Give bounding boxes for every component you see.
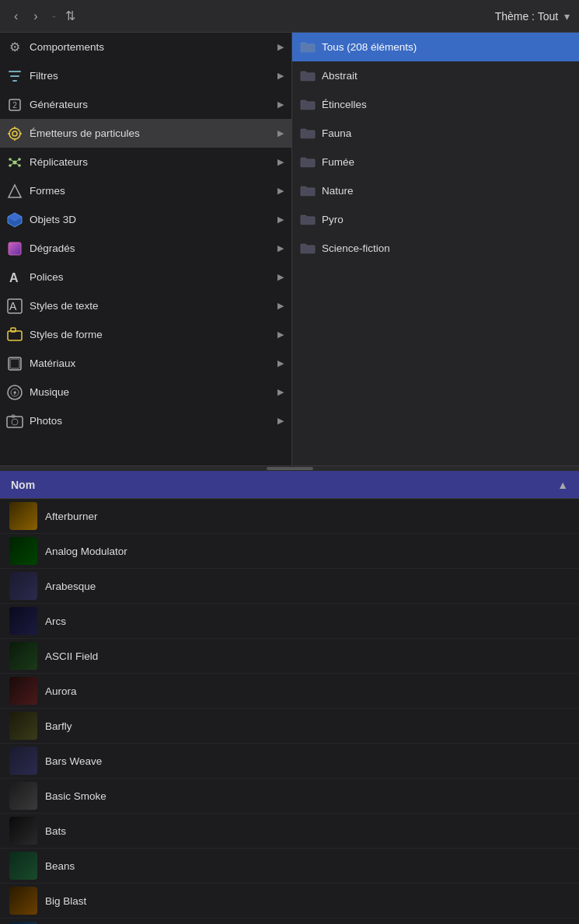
list-item-name: Analog Modulator <box>45 546 127 557</box>
sub-label-abstrait: Abstrait <box>322 70 358 82</box>
menu-item-filtres[interactable]: Filtres ▶ <box>0 61 291 90</box>
list-item[interactable]: Arcs <box>0 604 579 639</box>
svg-rect-23 <box>9 242 21 255</box>
menu-item-stylesdeForme[interactable]: Styles de forme ▶ <box>0 320 291 349</box>
menu-item-generateurs[interactable]: 2 Générateurs ▶ <box>0 90 291 119</box>
menu-item-degrades[interactable]: Dégradés ▶ <box>0 234 291 263</box>
svg-rect-1 <box>10 75 19 77</box>
sub-item-fumee[interactable]: Fumée <box>292 148 579 176</box>
list-item[interactable]: Arabesque <box>0 569 579 604</box>
list-item[interactable]: Bars Weave <box>0 744 579 779</box>
menu-item-objets3d[interactable]: Objets 3D ▶ <box>0 205 291 234</box>
list-item-thumbnail <box>9 782 37 810</box>
list-item-thumbnail <box>9 572 37 600</box>
list-item[interactable]: Afterburner <box>0 499 579 534</box>
sub-item-science-fiction[interactable]: Science-fiction <box>292 234 579 263</box>
menu-item-stylesdetexte[interactable]: A Styles de texte ▶ <box>0 291 291 320</box>
list-items-container: AfterburnerAnalog ModulatorArabesqueArcs… <box>0 499 579 924</box>
menu-item-formes[interactable]: Formes ▶ <box>0 176 291 205</box>
sub-item-etincelles[interactable]: Étincelles <box>292 90 579 119</box>
list-item-thumbnail <box>9 852 37 880</box>
svg-rect-35 <box>7 417 23 427</box>
materiaux-label: Matériaux <box>30 357 75 369</box>
list-item[interactable]: Aurora <box>0 674 579 709</box>
list-item-name: Beans <box>45 860 75 872</box>
svg-text:A: A <box>9 300 17 312</box>
list-item[interactable]: ASCII Field <box>0 639 579 674</box>
chevron-right-icon: ▶ <box>277 128 284 138</box>
menu-item-emetteurs[interactable]: Émetteurs de particules ▶ <box>0 119 291 148</box>
list-item-thumbnail <box>9 747 37 775</box>
chevron-right-icon: ▶ <box>277 330 284 340</box>
sub-label-tous: Tous (208 éléments) <box>322 41 417 53</box>
menu-item-comportements[interactable]: Comportements ▶ <box>0 33 291 61</box>
list-item[interactable]: Bats <box>0 814 579 849</box>
list-item[interactable]: Big Rain <box>0 919 579 924</box>
forward-button[interactable]: › <box>29 8 42 25</box>
degrades-icon <box>6 240 23 257</box>
menu-item-photos[interactable]: Photos ▶ <box>0 406 291 435</box>
chevron-right-icon: ▶ <box>277 186 284 196</box>
generateurs-label: Générateurs <box>30 99 88 110</box>
svg-rect-0 <box>9 71 21 72</box>
scroll-thumb <box>267 467 313 470</box>
back-button[interactable]: ‹ <box>9 8 23 25</box>
menu-item-replicateurs[interactable]: Réplicateurs ▶ <box>0 148 291 176</box>
list-item-name: ASCII Field <box>45 650 98 662</box>
replicateurs-label: Réplicateurs <box>30 156 88 168</box>
stylesdetexte-label: Styles de texte <box>30 300 99 312</box>
list-item-name: Arabesque <box>45 581 96 592</box>
list-item-name: Aurora <box>45 685 77 697</box>
sub-item-fauna[interactable]: Fauna <box>292 119 579 148</box>
svg-marker-20 <box>9 185 21 197</box>
toolbar: ‹ › - ⇅ Thème : Tout ▾ <box>0 0 579 33</box>
photos-icon <box>6 413 23 430</box>
svg-text:A: A <box>9 271 19 284</box>
sub-label-science-fiction: Science-fiction <box>322 242 390 254</box>
right-menu: Tous (208 éléments) Abstrait Étincelles … <box>291 33 579 465</box>
toolbar-title: Thème : Tout ▾ <box>495 10 570 23</box>
photos-label: Photos <box>30 415 62 427</box>
list-item-name: Bars Weave <box>45 755 102 767</box>
degrades-label: Dégradés <box>30 242 75 254</box>
chevron-right-icon: ▶ <box>277 301 284 311</box>
chevron-right-icon: ▶ <box>277 272 284 282</box>
list-item[interactable]: Basic Smoke <box>0 779 579 814</box>
menu-item-polices[interactable]: A Polices ▶ <box>0 263 291 291</box>
chevron-right-icon: ▶ <box>277 243 284 253</box>
list-sort-icon[interactable]: ▲ <box>557 479 568 491</box>
musique-label: Musique <box>30 386 69 398</box>
folder-nature-icon <box>300 185 316 197</box>
list-item-name: Big Blast <box>45 895 86 907</box>
sub-item-abstrait[interactable]: Abstrait <box>292 61 579 90</box>
materiaux-icon <box>6 355 23 372</box>
sub-item-nature[interactable]: Nature <box>292 176 579 205</box>
sub-label-fumee: Fumée <box>322 156 354 168</box>
list-header[interactable]: Nom ▲ <box>0 471 579 499</box>
comportements-icon <box>6 39 23 56</box>
split-area: Comportements ▶ Filtres ▶ 2 Générateurs … <box>0 33 579 466</box>
sub-item-tous[interactable]: Tous (208 éléments) <box>292 33 579 61</box>
toolbar-navigation: ‹ › - ⇅ <box>9 8 75 25</box>
list-item-thumbnail <box>9 502 37 530</box>
list-item[interactable]: Barfly <box>0 709 579 744</box>
chevron-right-icon: ▶ <box>277 214 284 225</box>
list-item-name: Afterburner <box>45 511 98 522</box>
list-item[interactable]: Beans <box>0 849 579 884</box>
list-section: Nom ▲ AfterburnerAnalog ModulatorArabesq… <box>0 471 579 924</box>
menu-item-materiaux[interactable]: Matériaux ▶ <box>0 349 291 378</box>
polices-icon: A <box>6 269 23 286</box>
stylesdetexte-icon: A <box>6 298 23 315</box>
emetteurs-label: Émetteurs de particules <box>30 127 140 139</box>
menu-item-musique[interactable]: ♪ Musique ▶ <box>0 378 291 406</box>
chevron-right-icon: ▶ <box>277 358 284 368</box>
list-item[interactable]: Analog Modulator <box>0 534 579 569</box>
list-item-name: Bats <box>45 825 66 837</box>
objets3d-icon <box>6 211 23 228</box>
chevron-right-icon: ▶ <box>277 71 284 81</box>
generateurs-icon: 2 <box>6 96 23 113</box>
stylesdeForme-label: Styles de forme <box>30 329 103 340</box>
list-item[interactable]: Big Blast <box>0 884 579 919</box>
comportements-label: Comportements <box>30 41 104 53</box>
sub-item-pyro[interactable]: Pyro <box>292 205 579 234</box>
